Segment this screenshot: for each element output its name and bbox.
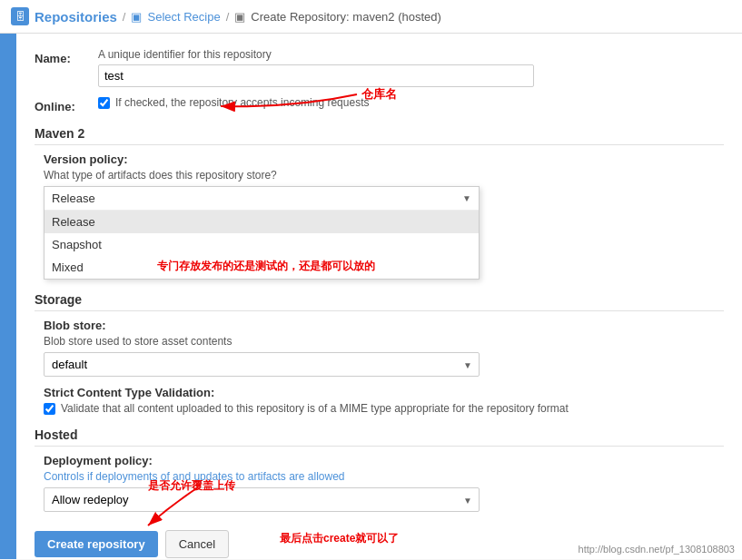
- name-hint: A unique identifier for this repository: [98, 48, 724, 61]
- version-policy-hint: What type of artifacts does this reposit…: [44, 169, 724, 182]
- breadcrumb-icon2: ▣: [234, 10, 245, 24]
- name-field-group: A unique identifier for this repository: [98, 48, 724, 87]
- create-repository-button[interactable]: Create repository: [35, 531, 158, 557]
- version-policy-dropdown-open[interactable]: Release ▼ Release Snapshot Mixed: [44, 186, 480, 280]
- online-hint: If checked, the repository accepts incom…: [115, 96, 369, 109]
- version-policy-selected-display[interactable]: Release ▼: [45, 187, 479, 211]
- breadcrumb-icon1: ▣: [131, 10, 142, 24]
- strict-checkbox[interactable]: [44, 403, 55, 415]
- repositories-link[interactable]: Repositories: [35, 9, 117, 25]
- option-mixed[interactable]: Mixed: [45, 256, 479, 279]
- strict-label: Strict Content Type Validation:: [44, 386, 724, 399]
- maven2-subsection: Version policy: What type of artifacts d…: [35, 152, 724, 280]
- version-policy-dropdown-container: Release Snapshot Mixed Release ▼ Release…: [44, 186, 480, 280]
- hosted-subsection: Deployment policy: Controls if deploymen…: [35, 454, 724, 512]
- strict-checkbox-row: Validate that all content uploaded to th…: [44, 402, 724, 415]
- storage-section-header: Storage: [35, 292, 724, 311]
- version-policy-options-list: Release Snapshot Mixed: [45, 211, 479, 279]
- dropdown-arrow: ▼: [462, 193, 471, 203]
- maven2-section-header: Maven 2: [35, 126, 724, 145]
- watermark: http://blog.csdn.net/pf_1308108803: [579, 544, 735, 555]
- main-content: Name: A unique identifier for this repos…: [16, 34, 742, 559]
- repositories-icon: 🗄: [11, 7, 29, 25]
- blob-store-select-wrapper: default ▼: [44, 352, 480, 377]
- online-field-group: If checked, the repository accepts incom…: [98, 96, 724, 109]
- header: 🗄 Repositories / ▣ Select Recipe / ▣ Cre…: [0, 0, 742, 34]
- sidebar: [0, 34, 16, 559]
- blob-store-label: Blob store:: [44, 319, 724, 332]
- blob-store-hint: Blob store used to store asset contents: [44, 335, 724, 348]
- blob-store-select[interactable]: default: [44, 352, 480, 377]
- cancel-button[interactable]: Cancel: [165, 530, 229, 558]
- storage-subsection: Blob store: Blob store used to store ass…: [35, 319, 724, 415]
- deployment-label: Deployment policy:: [44, 454, 724, 467]
- version-policy-label: Version policy:: [44, 152, 724, 166]
- name-input[interactable]: [98, 64, 534, 87]
- deployment-select[interactable]: Allow redeploy Disable redeploy Read-onl…: [44, 487, 480, 512]
- name-row: Name: A unique identifier for this repos…: [35, 48, 724, 87]
- hosted-section-header: Hosted: [35, 427, 724, 447]
- option-snapshot[interactable]: Snapshot: [45, 233, 479, 256]
- deployment-select-wrapper: Allow redeploy Disable redeploy Read-onl…: [44, 487, 480, 512]
- online-label: Online:: [35, 96, 98, 113]
- name-label: Name:: [35, 48, 98, 65]
- deployment-hint: Controls if deployments of and updates t…: [44, 470, 724, 483]
- strict-validation-group: Strict Content Type Validation: Validate…: [44, 386, 724, 415]
- online-checkbox-row: If checked, the repository accepts incom…: [98, 96, 724, 109]
- option-release[interactable]: Release: [45, 211, 479, 233]
- select-recipe-link[interactable]: Select Recipe: [147, 10, 220, 24]
- current-breadcrumb: Create Repository: maven2 (hosted): [251, 10, 441, 24]
- online-checkbox[interactable]: [98, 97, 110, 109]
- sep1: /: [123, 10, 126, 24]
- online-row: Online: If checked, the repository accep…: [35, 96, 724, 113]
- sep2: /: [226, 10, 230, 24]
- strict-hint: Validate that all content uploaded to th…: [61, 402, 569, 415]
